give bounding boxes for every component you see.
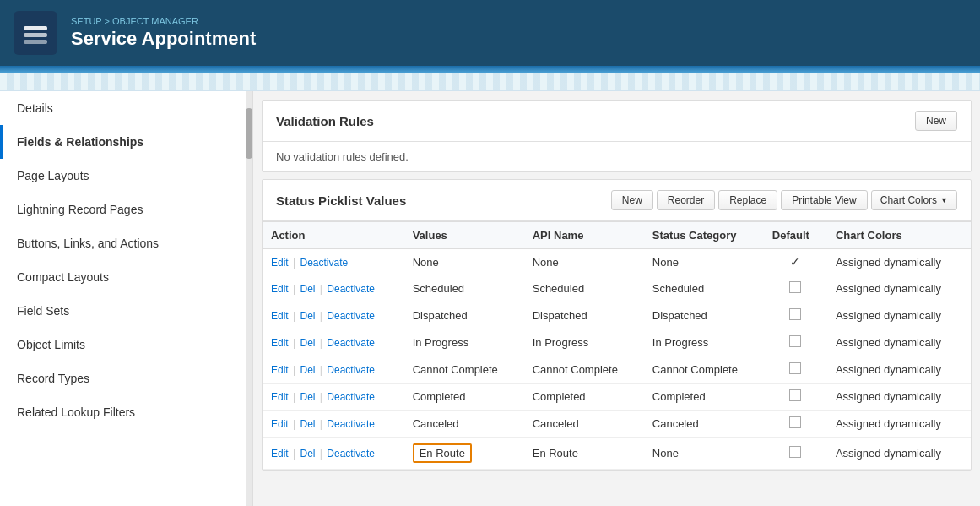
breadcrumb: SETUP > OBJECT MANAGER [71,16,256,26]
checkbox-empty[interactable] [789,281,801,293]
default-cell [764,411,827,438]
api-name-cell: En Route [524,438,644,470]
chart-colors-cell: Assigned dynamically [827,411,971,438]
action-cell: Edit | Deactivate [263,249,404,275]
sidebar-item-page-layouts[interactable]: Page Layouts [0,159,252,193]
checkbox-empty[interactable] [789,335,801,347]
svg-rect-2 [24,40,47,44]
api-name-cell: Cannot Complete [524,356,644,384]
deactivate-link[interactable]: Deactivate [300,257,348,269]
sidebar-item-record-types[interactable]: Record Types [0,362,252,395]
deactivate-link[interactable]: Deactivate [327,364,375,376]
value-cell: En Route [404,438,524,470]
chart-colors-dropdown-button[interactable]: Chart Colors ▼ [871,190,957,210]
api-name-cell: Dispatched [524,302,644,329]
del-link[interactable]: Del [300,391,315,403]
deactivate-link[interactable]: Deactivate [327,310,375,322]
sidebar-item-related-lookup[interactable]: Related Lookup Filters [0,395,252,429]
api-name-cell: Completed [524,384,644,411]
default-cell [764,329,827,356]
api-name-cell: Canceled [524,411,644,438]
edit-link[interactable]: Edit [271,337,289,349]
table-header-row: Action Values API Name Status Category D… [263,222,971,249]
action-cell: Edit | Del | Deactivate [263,329,404,356]
validation-rules-new-button[interactable]: New [915,111,957,131]
chart-colors-cell: Assigned dynamically [827,356,971,384]
action-cell: Edit | Del | Deactivate [263,438,404,470]
validation-rules-title: Validation Rules [276,114,374,128]
status-category-cell: Cannot Complete [644,356,764,384]
picklist-new-button[interactable]: New [611,190,653,210]
breadcrumb-setup[interactable]: SETUP [71,16,101,26]
col-header-default: Default [764,222,827,249]
col-header-api-name: API Name [524,222,644,249]
deactivate-link[interactable]: Deactivate [327,391,375,403]
breadcrumb-sep: > [105,16,112,26]
del-link[interactable]: Del [300,283,315,295]
edit-link[interactable]: Edit [271,364,289,376]
chevron-down-icon: ▼ [940,196,948,204]
default-cell [764,302,827,329]
del-link[interactable]: Del [300,337,315,349]
picklist-btn-group: New Reorder Replace Printable View Chart… [611,190,957,210]
header-text: SETUP > OBJECT MANAGER Service Appointme… [71,16,256,50]
layout: Details Fields & Relationships Page Layo… [0,91,980,506]
checkbox-empty[interactable] [789,389,801,401]
sidebar-item-object-limits[interactable]: Object Limits [0,328,252,362]
action-cell: Edit | Del | Deactivate [263,302,404,329]
action-cell: Edit | Del | Deactivate [263,275,404,302]
sidebar-item-compact-layouts[interactable]: Compact Layouts [0,260,252,294]
validation-rules-body: No validation rules defined. [263,142,971,171]
action-cell: Edit | Del | Deactivate [263,384,404,411]
picklist-printable-view-button[interactable]: Printable View [781,190,868,210]
edit-link[interactable]: Edit [271,418,289,430]
chart-colors-cell: Assigned dynamically [827,384,971,411]
sidebar-scrollbar[interactable] [246,91,252,506]
del-link[interactable]: Del [300,310,315,322]
status-category-cell: Dispatched [644,302,764,329]
validation-rules-empty-msg: No validation rules defined. [276,150,409,163]
col-header-action: Action [263,222,404,249]
picklist-section: Status Picklist Values New Reorder Repla… [262,179,972,471]
api-name-cell: None [524,249,644,275]
edit-link[interactable]: Edit [271,283,289,295]
del-link[interactable]: Del [300,418,315,430]
value-cell: Completed [404,384,524,411]
del-link[interactable]: Del [300,364,315,376]
picklist-reorder-button[interactable]: Reorder [657,190,715,210]
value-cell: In Progress [404,329,524,356]
deactivate-link[interactable]: Deactivate [327,337,375,349]
sidebar-item-buttons-links[interactable]: Buttons, Links, and Actions [0,226,252,260]
status-category-cell: Canceled [644,411,764,438]
status-category-cell: Completed [644,384,764,411]
edit-link[interactable]: Edit [271,391,289,403]
sidebar-item-lightning-record-pages[interactable]: Lightning Record Pages [0,193,252,226]
sidebar-item-field-sets[interactable]: Field Sets [0,294,252,328]
chart-colors-cell: Assigned dynamically [827,329,971,356]
validation-rules-header: Validation Rules New [263,101,971,142]
sidebar-item-details[interactable]: Details [0,91,252,125]
del-link[interactable]: Del [300,448,315,460]
deactivate-link[interactable]: Deactivate [327,283,375,295]
app-header: SETUP > OBJECT MANAGER Service Appointme… [0,0,980,66]
default-cell [764,275,827,302]
table-row: Edit | Del | DeactivateCanceledCanceledC… [263,411,971,438]
deactivate-link[interactable]: Deactivate [327,418,375,430]
sidebar-item-fields-relationships[interactable]: Fields & Relationships [0,125,252,159]
picklist-title: Status Picklist Values [276,193,406,208]
breadcrumb-om[interactable]: OBJECT MANAGER [112,16,198,26]
api-name-cell: In Progress [524,329,644,356]
svg-rect-1 [24,33,47,37]
action-cell: Edit | Del | Deactivate [263,356,404,384]
table-row: Edit | Del | DeactivateCompletedComplete… [263,384,971,411]
checkbox-empty[interactable] [789,362,801,374]
checkbox-empty[interactable] [789,446,801,458]
status-category-cell: In Progress [644,329,764,356]
checkbox-empty[interactable] [789,416,801,428]
edit-link[interactable]: Edit [271,257,289,269]
deactivate-link[interactable]: Deactivate [327,448,375,460]
edit-link[interactable]: Edit [271,448,289,460]
picklist-replace-button[interactable]: Replace [718,190,777,210]
checkbox-empty[interactable] [789,308,801,320]
edit-link[interactable]: Edit [271,310,289,322]
